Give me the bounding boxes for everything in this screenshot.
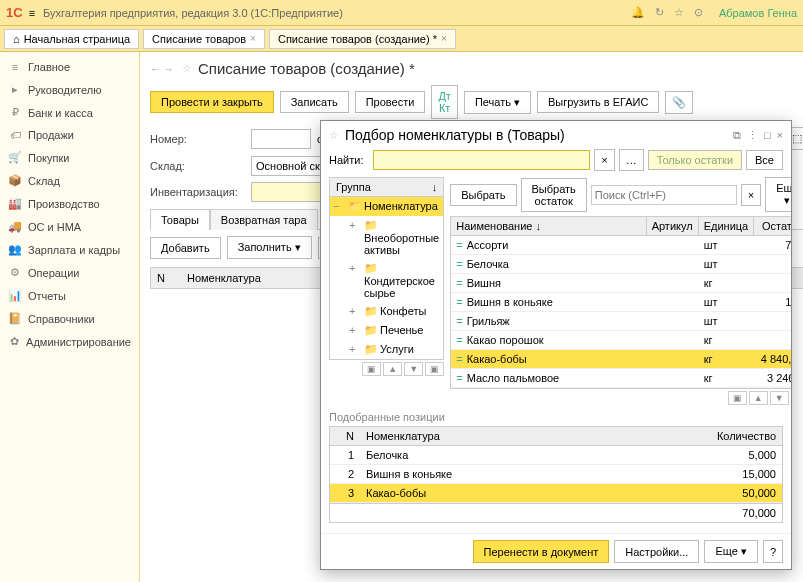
movements-icon[interactable]: ДтКт bbox=[431, 85, 458, 119]
help-icon[interactable]: ⊙ bbox=[694, 6, 703, 19]
items-row[interactable]: =Вишнякг17 bbox=[451, 274, 791, 293]
maximize-icon[interactable]: □ bbox=[764, 129, 771, 142]
egais-button[interactable]: Выгрузить в ЕГАИС bbox=[537, 91, 659, 113]
wh-label: Склад: bbox=[150, 160, 245, 172]
tab-bar: ⌂ Начальная страница Списание товаров × … bbox=[0, 26, 803, 52]
sidebar-icon: ₽ bbox=[8, 106, 22, 119]
search-icon[interactable]: … bbox=[619, 149, 644, 171]
tree-item[interactable]: 📁Номенклатура bbox=[330, 197, 443, 216]
sidebar-icon: 🛒 bbox=[8, 151, 22, 164]
tab-home[interactable]: ⌂ Начальная страница bbox=[4, 29, 139, 49]
items-row[interactable]: =Грильяжшт20 bbox=[451, 312, 791, 331]
add-button[interactable]: Добавить bbox=[150, 237, 221, 259]
bell-icon[interactable]: 🔔 bbox=[631, 6, 645, 19]
sidebar-item[interactable]: ▸Руководителю bbox=[0, 78, 139, 101]
sidebar-icon: 🏭 bbox=[8, 197, 22, 210]
more-footer-button[interactable]: Еще ▾ bbox=[704, 540, 757, 563]
tree-item[interactable]: 📁Кондитерское сырье bbox=[330, 259, 443, 302]
save-button[interactable]: Записать bbox=[280, 91, 349, 113]
transfer-button[interactable]: Перенести в документ bbox=[473, 540, 610, 563]
back-icon[interactable]: ← bbox=[150, 63, 161, 75]
history-icon[interactable]: ↻ bbox=[655, 6, 664, 19]
user-name[interactable]: Абрамов Генна bbox=[719, 7, 797, 19]
sidebar-icon: 📔 bbox=[8, 312, 22, 325]
star-icon[interactable]: ☆ bbox=[329, 129, 339, 142]
picked-row[interactable]: 1Белочка5,000 bbox=[330, 446, 782, 465]
nav-up-icon[interactable]: ▲ bbox=[383, 362, 402, 376]
items-header: Наименование ↓ Артикул Единица Остаток bbox=[451, 217, 791, 236]
star-icon[interactable]: ☆ bbox=[674, 6, 684, 19]
group-tree: 📁Номенклатура📁Внеоборотные активы📁Кондит… bbox=[329, 197, 444, 360]
sidebar-item[interactable]: 🚚ОС и НМА bbox=[0, 215, 139, 238]
select-button[interactable]: Выбрать bbox=[450, 184, 516, 206]
post-button[interactable]: Провести bbox=[355, 91, 426, 113]
folder-icon: 📁 bbox=[364, 262, 378, 274]
items-row[interactable]: =Ассортишт750 bbox=[451, 236, 791, 255]
nav-down-icon[interactable]: ▼ bbox=[770, 391, 789, 405]
folder-icon: 📁 bbox=[364, 324, 378, 336]
sidebar-item[interactable]: ⚙Операции bbox=[0, 261, 139, 284]
picked-row[interactable]: 2Вишня в коньяке15,000 bbox=[330, 465, 782, 484]
fill-button[interactable]: Заполнить ▾ bbox=[227, 236, 312, 259]
close-icon[interactable]: × bbox=[250, 33, 256, 44]
post-close-button[interactable]: Провести и закрыть bbox=[150, 91, 274, 113]
find-input[interactable] bbox=[373, 150, 590, 170]
nav-last-icon[interactable]: ▣ bbox=[425, 362, 444, 376]
search-input[interactable] bbox=[591, 185, 737, 205]
tree-item[interactable]: 📁Услуги bbox=[330, 340, 443, 359]
items-row[interactable]: =Какао-бобыкг4 840,75 bbox=[451, 350, 791, 369]
sidebar-item[interactable]: 👥Зарплата и кадры bbox=[0, 238, 139, 261]
print-button[interactable]: Печать ▾ bbox=[464, 91, 531, 114]
items-row[interactable]: =Масло пальмовоекг3 246,5 bbox=[451, 369, 791, 388]
star-icon[interactable]: ☆ bbox=[182, 62, 192, 75]
clear-search-icon[interactable]: × bbox=[741, 184, 761, 206]
sidebar-item[interactable]: 🛒Покупки bbox=[0, 146, 139, 169]
sidebar-item[interactable]: 🏷Продажи bbox=[0, 124, 139, 146]
tab-doc2[interactable]: Списание товаров (создание) * × bbox=[269, 29, 456, 49]
items-row[interactable]: =Белочкашт50 bbox=[451, 255, 791, 274]
items-row[interactable]: =Какао порошоккг35 bbox=[451, 331, 791, 350]
picked-total: 70,000 bbox=[702, 504, 782, 522]
close-icon[interactable]: × bbox=[441, 33, 447, 44]
tree-item[interactable]: 📁Печенье bbox=[330, 321, 443, 340]
help-icon[interactable]: ? bbox=[763, 540, 783, 563]
settings-button[interactable]: Настройки... bbox=[614, 540, 699, 563]
subtab-tara[interactable]: Возвратная тара bbox=[210, 209, 318, 230]
close-icon[interactable]: × bbox=[777, 129, 783, 142]
sidebar-item[interactable]: 🏭Производство bbox=[0, 192, 139, 215]
sidebar-item[interactable]: 📔Справочники bbox=[0, 307, 139, 330]
more-button[interactable]: Еще ▾ bbox=[765, 177, 791, 212]
subtab-goods[interactable]: Товары bbox=[150, 209, 210, 230]
sidebar-item[interactable]: ₽Банк и касса bbox=[0, 101, 139, 124]
sidebar-item[interactable]: 📊Отчеты bbox=[0, 284, 139, 307]
nav-down-icon[interactable]: ▼ bbox=[404, 362, 423, 376]
tree-item[interactable]: 📁Конфеты bbox=[330, 302, 443, 321]
clear-icon[interactable]: × bbox=[594, 149, 614, 171]
attach-icon[interactable]: 📎 bbox=[665, 91, 693, 114]
number-field[interactable] bbox=[251, 129, 311, 149]
items-row[interactable]: =Вишня в коньякешт100 bbox=[451, 293, 791, 312]
select-rest-button[interactable]: Выбрать остаток bbox=[521, 178, 587, 212]
sidebar-item[interactable]: 📦Склад bbox=[0, 169, 139, 192]
sidebar-item[interactable]: ✿Администрирование bbox=[0, 330, 139, 353]
number-label: Номер: bbox=[150, 133, 245, 145]
titlebar: 1C ≡ Бухгалтерия предприятия, редакция 3… bbox=[0, 0, 803, 26]
nav-first-icon[interactable]: ▣ bbox=[728, 391, 747, 405]
sidebar-icon: 🚚 bbox=[8, 220, 22, 233]
all-toggle[interactable]: Все bbox=[746, 150, 783, 170]
options-icon[interactable]: ⋮ bbox=[747, 129, 758, 142]
dialog-title: Подбор номенклатуры в (Товары) bbox=[345, 127, 727, 143]
tree-item[interactable]: 📁Внеоборотные активы bbox=[330, 216, 443, 259]
inv-label: Инвентаризация: bbox=[150, 186, 245, 198]
nav-first-icon[interactable]: ▣ bbox=[362, 362, 381, 376]
only-stock-toggle[interactable]: Только остатки bbox=[648, 150, 742, 170]
menu-icon[interactable]: ≡ bbox=[29, 7, 35, 19]
pick-dialog: ☆ Подбор номенклатуры в (Товары) ⧉ ⋮ □ ×… bbox=[320, 120, 792, 570]
link-icon[interactable]: ⧉ bbox=[733, 129, 741, 142]
forward-icon[interactable]: → bbox=[163, 63, 174, 75]
picked-row[interactable]: 3Какао-бобы50,000 bbox=[330, 484, 782, 503]
sidebar-item[interactable]: ≡Главное bbox=[0, 56, 139, 78]
tab-doc1[interactable]: Списание товаров × bbox=[143, 29, 265, 49]
sidebar-icon: 📊 bbox=[8, 289, 22, 302]
nav-up-icon[interactable]: ▲ bbox=[749, 391, 768, 405]
